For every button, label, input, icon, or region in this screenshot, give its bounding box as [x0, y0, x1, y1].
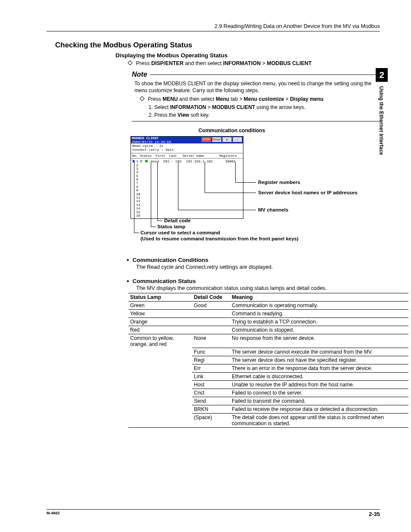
- sc-row-numbers: 2 3 4 5 6 7 8 9 10 11 12 13 14 15 16: [136, 164, 140, 218]
- menu-path: Menu: [216, 96, 229, 102]
- table-row: (Space)The detail code does not appear u…: [128, 414, 408, 428]
- section-title-cc: Communication Conditions: [133, 257, 209, 263]
- instruction-line: Press DISP/ENTER and then select INFORMA…: [128, 60, 380, 66]
- cell-code: Regi: [192, 356, 230, 364]
- chapter-tab: 2 Using the Ethernet Interface: [376, 68, 388, 155]
- cell-code: Link: [192, 373, 230, 381]
- cell-lamp: [128, 373, 192, 381]
- text: Press the: [154, 112, 177, 118]
- diamond-bullet-icon: [140, 96, 144, 101]
- cell-meaning: The server device does not have the spec…: [230, 356, 408, 364]
- cell-code: (Space): [192, 414, 230, 428]
- callout-mv: MV channels: [258, 207, 288, 212]
- th-meaning: Meaning: [230, 293, 408, 301]
- cell-meaning: There is an error in the response data f…: [230, 364, 408, 373]
- cell-code: Err: [192, 364, 230, 373]
- cell-code: Func: [192, 348, 230, 356]
- cell-code: Send: [192, 397, 230, 405]
- fit-icon: ⟊: [233, 137, 242, 142]
- disp-icon: DISP: [202, 137, 211, 142]
- callout-status: Status lamp: [157, 224, 185, 229]
- section-body-cs: The MV displays the communication status…: [136, 285, 380, 291]
- text: Press: [136, 60, 151, 66]
- th-lamp: Status Lamp: [128, 293, 192, 301]
- table-row: CnctFailed to connect to the server.: [128, 389, 408, 397]
- rule-icon: [132, 121, 380, 121]
- figure-caption: Communication conditions: [176, 128, 288, 134]
- text: tab >: [230, 96, 243, 102]
- table-row: OrangeTrying to establish a TCP connecti…: [128, 317, 408, 326]
- cell-meaning: Ethernet cable is disconnected.: [230, 373, 408, 381]
- camera-icon: ◎: [222, 137, 232, 142]
- table-row: RedCommunication is stopped.: [128, 326, 408, 334]
- text: soft key.: [191, 112, 210, 118]
- cell-code: [192, 326, 230, 334]
- cell-lamp: [128, 414, 192, 428]
- sc-date: 2008/01/23 12:34:56: [132, 140, 171, 144]
- note-block: Note To show the MODBUS CLIENT on the di…: [132, 71, 380, 121]
- menu-path: MODBUS CLIENT: [267, 60, 311, 66]
- text: Press: [148, 96, 162, 102]
- note-list-item: Press the View soft key.: [154, 112, 380, 118]
- menu-path: INFORMATION: [223, 60, 261, 66]
- menu-path: Display menu: [290, 96, 324, 102]
- cell-lamp: [128, 364, 192, 373]
- cell-meaning: Command is readying.: [230, 309, 408, 317]
- text: Select: [154, 104, 170, 110]
- cell-meaning: Failed to receive the response data or d…: [230, 405, 408, 414]
- separator: >: [208, 104, 212, 110]
- menu-path: Menu customize: [244, 96, 284, 102]
- figure: MODBUS CLIENT 2008/01/23 12:34:56 DISP 1…: [131, 136, 402, 249]
- sc-title: MODBUS CLIENT: [132, 136, 171, 140]
- callout-cursor-1: Cursor used to select a command: [140, 230, 220, 235]
- section-body-cc: The Read cycle and Connect.retry setting…: [136, 264, 380, 270]
- sc-row-data: Good C01 - C01 192.168.1.101 30001: [149, 159, 236, 163]
- cell-code: [192, 309, 230, 317]
- callout-servers: Server device host names or IP addresses: [258, 190, 358, 195]
- th-code: Detail Code: [192, 293, 230, 301]
- table-row: FuncThe server device cannot execute the…: [128, 348, 408, 356]
- separator: >: [262, 60, 267, 66]
- chapter-number: 2: [376, 68, 388, 82]
- menu-path: MODBUS CLIENT: [212, 104, 255, 110]
- table-row: SendFailed to transmit the command.: [128, 397, 408, 405]
- cell-lamp: [128, 389, 192, 397]
- cell-lamp: Common to yellow, orange, and red: [128, 334, 192, 348]
- note-label: Note: [132, 71, 147, 78]
- key-label: View: [177, 112, 189, 118]
- cell-meaning: The server device cannot execute the com…: [230, 348, 408, 356]
- table-row: ErrThere is an error in the response dat…: [128, 364, 408, 373]
- diamond-bullet-icon: [128, 60, 132, 65]
- cell-code: Host: [192, 381, 230, 389]
- bullet-icon: •: [127, 278, 129, 285]
- cell-lamp: [128, 405, 192, 414]
- text: and then select: [179, 96, 216, 102]
- sc-column-headers: No. Status First Last Server name Regist…: [131, 153, 243, 159]
- page-footer: M-4662 2-35: [47, 509, 380, 517]
- footer-page-num: 2-35: [369, 511, 380, 517]
- cell-meaning: Communication is operating normally.: [230, 301, 408, 309]
- table-row: LinkEthernet cable is disconnected.: [128, 373, 408, 381]
- callout-registers: Register numbers: [258, 180, 300, 185]
- callout-detail: Detail code: [164, 218, 190, 223]
- cell-lamp: Green: [128, 301, 192, 309]
- table-row: HostUnable to resolve the IP address fro…: [128, 381, 408, 389]
- text: No. Status First Last Server name Regist…: [132, 154, 237, 158]
- rule-icon: [150, 75, 380, 75]
- cell-code: BRKN: [192, 405, 230, 414]
- cell-lamp: [128, 397, 192, 405]
- cell-lamp: Orange: [128, 317, 192, 326]
- text: using the arrow keys.: [256, 104, 305, 110]
- callout-cursor-2: (Used to resume command transmission fro…: [140, 236, 299, 241]
- status-lamp-icon: [145, 160, 148, 162]
- cell-meaning: Failed to connect to the server.: [230, 389, 408, 397]
- note-step: Press MENU and then select Menu tab > Me…: [140, 96, 380, 103]
- cell-meaning: No response from the server device.: [230, 334, 408, 348]
- table-row: Common to yellow, orange, and redNoneNo …: [128, 334, 408, 348]
- cell-lamp: Yellow: [128, 309, 192, 317]
- cell-meaning: Unable to resolve the IP address from th…: [230, 381, 408, 389]
- status-table: Status Lamp Detail Code Meaning GreenGoo…: [128, 293, 408, 428]
- footer-doc-id: M-4662: [47, 511, 60, 517]
- table-row: BRKNFailed to receive the response data …: [128, 405, 408, 414]
- cell-code: None: [192, 334, 230, 348]
